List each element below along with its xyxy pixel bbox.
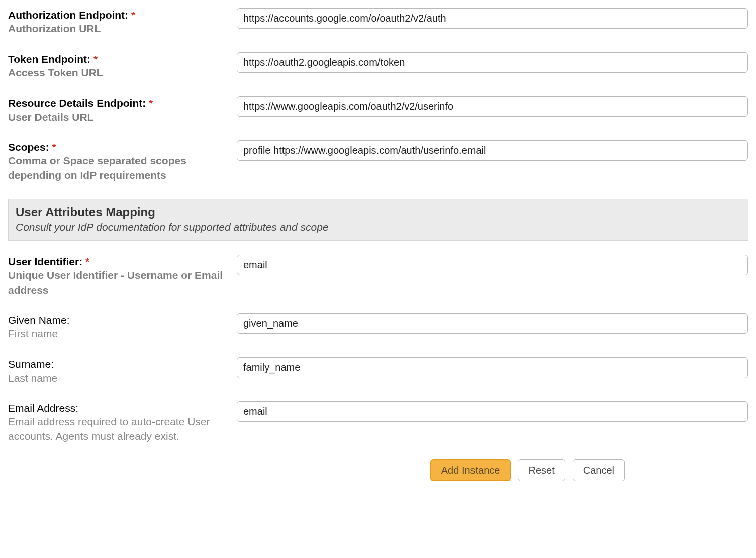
surname-label: Surname:	[8, 357, 227, 371]
required-mark: *	[93, 53, 98, 65]
resource-endpoint-sub: User Details URL	[8, 110, 227, 124]
given-name-sub: First name	[8, 327, 227, 341]
section-sub: Consult your IdP documentation for suppo…	[16, 221, 741, 233]
scopes-label: Scopes: *	[8, 140, 227, 154]
scopes-sub: Comma or Space separated scopes dependin…	[8, 154, 227, 182]
email-address-sub: Email address required to auto-create Us…	[8, 415, 227, 443]
auth-endpoint-input[interactable]	[237, 8, 748, 29]
scopes-label-col: Scopes: * Comma or Space separated scope…	[8, 140, 237, 182]
token-endpoint-row: Token Endpoint: * Access Token URL	[8, 52, 748, 80]
auth-endpoint-label-col: Authorization Endpoint: * Authorization …	[8, 8, 237, 36]
user-identifier-input[interactable]	[237, 255, 748, 275]
surname-input-col	[237, 357, 748, 378]
resource-endpoint-label-col: Resource Details Endpoint: * User Detail…	[8, 96, 237, 124]
button-row: Add Instance Reset Cancel	[8, 459, 748, 481]
given-name-label: Given Name:	[8, 313, 227, 327]
email-address-input[interactable]	[237, 401, 748, 422]
user-identifier-row: User Identifier: * Unique User Identifie…	[8, 255, 748, 297]
section-header: User Attributes Mapping Consult your IdP…	[8, 199, 748, 241]
surname-sub: Last name	[8, 371, 227, 385]
user-identifier-sub: Unique User Identifier - Username or Ema…	[8, 268, 227, 297]
auth-endpoint-label: Authorization Endpoint: *	[8, 8, 227, 22]
section-title: User Attributes Mapping	[16, 205, 741, 219]
resource-endpoint-row: Resource Details Endpoint: * User Detail…	[8, 96, 748, 124]
cancel-button[interactable]: Cancel	[573, 459, 625, 481]
given-name-input-col	[237, 313, 748, 334]
resource-endpoint-input[interactable]	[237, 96, 748, 117]
auth-endpoint-sub: Authorization URL	[8, 22, 227, 36]
user-identifier-label: User Identifier: *	[8, 255, 227, 268]
token-endpoint-label: Token Endpoint: *	[8, 52, 227, 66]
surname-input[interactable]	[237, 357, 748, 378]
email-address-input-col	[237, 401, 748, 422]
scopes-row: Scopes: * Comma or Space separated scope…	[8, 140, 748, 182]
required-mark: *	[52, 141, 56, 153]
email-address-label: Email Address:	[8, 401, 227, 415]
add-instance-button[interactable]: Add Instance	[430, 459, 511, 481]
scopes-input[interactable]	[237, 140, 748, 161]
reset-button[interactable]: Reset	[518, 459, 565, 481]
auth-endpoint-row: Authorization Endpoint: * Authorization …	[8, 8, 748, 36]
token-endpoint-sub: Access Token URL	[8, 66, 227, 80]
token-endpoint-label-col: Token Endpoint: * Access Token URL	[8, 52, 237, 80]
given-name-label-col: Given Name: First name	[8, 313, 237, 341]
email-address-row: Email Address: Email address required to…	[8, 401, 748, 443]
resource-endpoint-label: Resource Details Endpoint: *	[8, 96, 227, 110]
given-name-input[interactable]	[237, 313, 748, 334]
required-mark: *	[131, 9, 135, 21]
resource-endpoint-input-col	[237, 96, 748, 117]
email-address-label-col: Email Address: Email address required to…	[8, 401, 237, 443]
surname-label-col: Surname: Last name	[8, 357, 237, 386]
required-mark: *	[85, 256, 89, 267]
user-identifier-label-col: User Identifier: * Unique User Identifie…	[8, 255, 237, 297]
token-endpoint-input[interactable]	[237, 52, 748, 73]
required-mark: *	[149, 97, 153, 109]
token-endpoint-input-col	[237, 52, 748, 73]
auth-endpoint-input-col	[237, 8, 748, 29]
user-identifier-input-col	[237, 255, 748, 275]
surname-row: Surname: Last name	[8, 357, 748, 386]
scopes-input-col	[237, 140, 748, 161]
given-name-row: Given Name: First name	[8, 313, 748, 341]
